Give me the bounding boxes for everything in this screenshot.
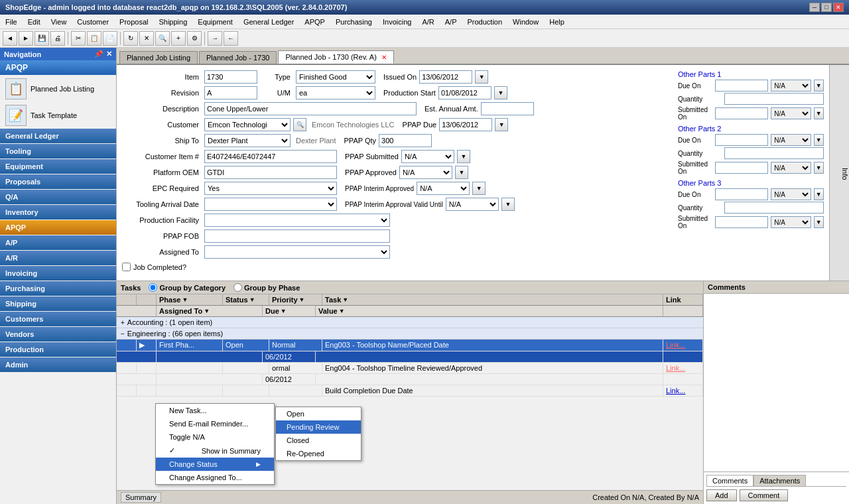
- menu-general-ledger[interactable]: General Ledger: [238, 17, 299, 27]
- tab-close-icon[interactable]: ✕: [381, 54, 387, 61]
- submenu-reopened[interactable]: Re-Opened: [276, 447, 361, 460]
- toolbar-print[interactable]: 🖨: [50, 31, 65, 46]
- col-due[interactable]: Due ▼: [263, 306, 316, 316]
- platform-oem-input[interactable]: [204, 166, 337, 179]
- comment-btn[interactable]: Comment: [740, 489, 789, 501]
- col-priority[interactable]: Priority ▼: [269, 294, 322, 305]
- task-row-3[interactable]: Build Completion Due Date Link...: [117, 385, 703, 397]
- col-link[interactable]: Link: [663, 294, 703, 305]
- menu-ar[interactable]: A/R: [417, 17, 439, 27]
- production-facility-select[interactable]: [204, 214, 390, 227]
- value-filter-icon[interactable]: ▼: [339, 308, 345, 314]
- minimize-btn[interactable]: ─: [809, 3, 820, 12]
- ppap-fob-input[interactable]: [204, 229, 390, 243]
- parts-1-submitted-input[interactable]: [715, 107, 768, 119]
- assigned-filter-icon[interactable]: ▼: [204, 308, 210, 314]
- ppap-interim-select[interactable]: N/A: [417, 182, 470, 195]
- customer-item-input[interactable]: [204, 150, 337, 163]
- parts-2-submitted-input[interactable]: [715, 162, 768, 174]
- toolbar-paste[interactable]: 📄: [103, 31, 117, 46]
- tooling-arrival-select[interactable]: [204, 198, 337, 211]
- menu-help[interactable]: Help: [544, 17, 570, 27]
- task-row-1[interactable]: ▶ First Pha... Open Normal Eng003 - Tool…: [117, 340, 703, 351]
- toolbar-save[interactable]: 💾: [34, 31, 49, 46]
- task-row-2[interactable]: ormal Eng004 - Toolshop Timeline Reviewe…: [117, 363, 703, 374]
- um-select[interactable]: ea: [296, 86, 375, 99]
- tab-planned-job-1730-rev-a[interactable]: Planned Job - 1730 (Rev. A) ✕: [278, 50, 393, 64]
- close-btn[interactable]: ✕: [833, 3, 844, 12]
- sidebar-proposals[interactable]: Proposals: [0, 174, 116, 189]
- toolbar-export[interactable]: →: [208, 31, 222, 46]
- ppap-due-dropdown[interactable]: ▼: [495, 118, 508, 131]
- sidebar-apqp[interactable]: APQP: [0, 220, 116, 235]
- menu-apqp[interactable]: APQP: [299, 17, 330, 27]
- toolbar-find[interactable]: 🔍: [155, 31, 170, 46]
- parts-3-due-dropdown[interactable]: ▼: [814, 188, 824, 200]
- ppap-approved-select[interactable]: N/A: [399, 166, 452, 179]
- menu-purchasing[interactable]: Purchasing: [330, 17, 377, 27]
- menu-equipment[interactable]: Equipment: [192, 17, 238, 27]
- sidebar-qa[interactable]: Q/A: [0, 190, 116, 204]
- radio-group-by-phase[interactable]: Group by Phase: [233, 283, 300, 292]
- col-value[interactable]: Value ▼: [316, 306, 663, 316]
- ctx-new-task[interactable]: New Task...: [156, 404, 274, 417]
- toolbar-copy[interactable]: 📋: [87, 31, 101, 46]
- toolbar-forward[interactable]: ►: [19, 31, 33, 46]
- parts-1-due-select[interactable]: N/A: [771, 80, 811, 92]
- parts-2-due-input[interactable]: [715, 134, 768, 146]
- parts-2-qty-input[interactable]: [724, 147, 824, 159]
- parts-3-due-select[interactable]: N/A: [771, 188, 811, 200]
- parts-3-submitted-input[interactable]: [715, 216, 768, 228]
- menu-edit[interactable]: Edit: [23, 17, 46, 27]
- radio-phase-input[interactable]: [233, 283, 242, 292]
- epc-required-select[interactable]: Yes: [204, 182, 337, 195]
- submenu-closed[interactable]: Closed: [276, 434, 361, 447]
- due-filter-icon[interactable]: ▼: [281, 308, 287, 314]
- col-phase[interactable]: Phase ▼: [157, 294, 223, 305]
- radio-group-by-category[interactable]: Group by Category: [149, 283, 226, 292]
- comments-tab-attachments[interactable]: Attachments: [753, 475, 806, 486]
- engineering-expand-icon[interactable]: −: [121, 330, 125, 338]
- submenu-pending-review[interactable]: Pending Review: [276, 420, 361, 434]
- parts-1-due-input[interactable]: [715, 80, 768, 92]
- sidebar-equipment[interactable]: Equipment: [0, 159, 116, 174]
- nav-pin-icon[interactable]: 📌: [94, 50, 103, 58]
- ppap-submitted-select[interactable]: N/A: [401, 150, 454, 163]
- group-engineering[interactable]: − Engineering : (66 open items): [117, 328, 703, 340]
- toolbar-delete[interactable]: ✕: [139, 31, 154, 46]
- parts-2-submitted-select[interactable]: N/A: [771, 162, 811, 174]
- parts-1-due-dropdown[interactable]: ▼: [814, 80, 824, 92]
- phase-filter-icon[interactable]: ▼: [182, 296, 188, 303]
- ppap-interim-valid-dropdown[interactable]: ▼: [501, 198, 515, 211]
- assigned-to-select[interactable]: [204, 245, 390, 259]
- toolbar-back[interactable]: ◄: [3, 31, 17, 46]
- row2-link[interactable]: Link...: [663, 363, 703, 373]
- tab-planned-job-listing[interactable]: Planned Job Listing: [119, 51, 198, 64]
- ppap-interim-dropdown[interactable]: ▼: [472, 182, 486, 195]
- ppap-approved-dropdown[interactable]: ▼: [455, 166, 468, 179]
- issued-on-dropdown[interactable]: ▼: [475, 70, 488, 84]
- menu-window[interactable]: Window: [507, 17, 544, 27]
- ctx-change-assigned[interactable]: Change Assigned To...: [156, 471, 274, 484]
- toolbar-import[interactable]: ←: [224, 31, 238, 46]
- revision-input[interactable]: [204, 86, 257, 99]
- parts-3-due-input[interactable]: [715, 188, 768, 200]
- ctx-toggle-na[interactable]: Toggle N/A: [156, 430, 274, 444]
- parts-1-qty-input[interactable]: [724, 93, 824, 105]
- production-start-dropdown[interactable]: ▼: [494, 86, 507, 99]
- summary-tab[interactable]: Summary: [121, 492, 161, 503]
- sidebar-tooling[interactable]: Tooling: [0, 144, 116, 158]
- toolbar-refresh[interactable]: ↻: [123, 31, 138, 46]
- ctx-show-summary[interactable]: ✓ Show in Summary: [156, 444, 274, 458]
- production-start-input[interactable]: [438, 86, 491, 99]
- sidebar-invoicing[interactable]: Invoicing: [0, 266, 116, 281]
- nav-close-icon[interactable]: ✕: [106, 50, 112, 58]
- nav-item-task-template[interactable]: 📝 Task Template: [0, 102, 116, 129]
- ctx-send-email[interactable]: Send E-mail Reminder...: [156, 417, 274, 430]
- col-assigned-to[interactable]: Assigned To ▼: [157, 306, 263, 316]
- type-select[interactable]: Finished Good: [296, 70, 375, 84]
- submenu-open[interactable]: Open: [276, 407, 361, 420]
- row1-link[interactable]: Link...: [663, 340, 703, 351]
- parts-2-submitted-dropdown[interactable]: ▼: [814, 162, 824, 174]
- toolbar-settings[interactable]: ⚙: [187, 31, 202, 46]
